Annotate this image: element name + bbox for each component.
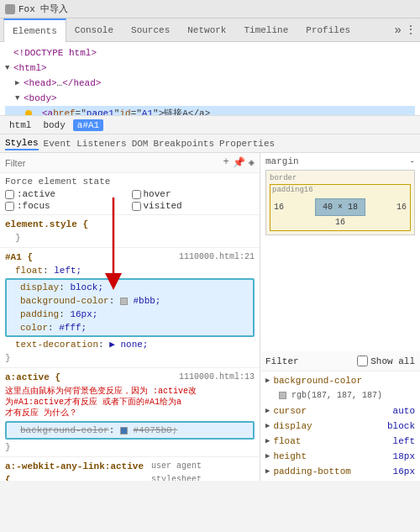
css-rule-webkit-active: a:-webkit-any-link:active { user agent s… bbox=[0, 457, 260, 481]
computed-padding-bottom: ▶ padding-bottom 16px bbox=[265, 464, 415, 479]
box-border: padding16 16 40 × 18 16 16 bbox=[270, 184, 411, 231]
filter-input[interactable] bbox=[5, 158, 223, 168]
box-model-panel: margin - border padding16 16 40 × 18 16 … bbox=[260, 153, 420, 351]
force-element-state: Force element state :active hover :focus… bbox=[0, 173, 260, 215]
active-checkbox[interactable]: :active bbox=[5, 189, 129, 199]
prop-display: display: block; bbox=[10, 281, 249, 294]
show-all-label[interactable]: Show all bbox=[357, 356, 415, 366]
right-panel: margin - border padding16 16 40 × 18 16 … bbox=[260, 153, 420, 481]
title-bar: Fox 中导入 bbox=[0, 0, 420, 18]
prop-bgcolor: background-color: #bbb; bbox=[10, 294, 249, 308]
computed-float: ▶ float left bbox=[265, 434, 415, 449]
prop-color: color: #fff; bbox=[10, 321, 249, 334]
styles-tab-bar: Styles Event Listeners DOM Breakpoints P… bbox=[0, 134, 420, 153]
breadcrumb: html body a#A1 bbox=[0, 116, 420, 134]
tree-body: ▼ <body> bbox=[5, 91, 415, 106]
computed-list: ▶ background-color rgb(187, 187, 187) ▶ … bbox=[260, 371, 420, 481]
tree-a-tag[interactable]: <a href="page1" id="A1">链接A</a> bbox=[5, 106, 415, 116]
tab-console[interactable]: Console bbox=[66, 18, 123, 42]
title-text: Fox 中导入 bbox=[18, 3, 68, 15]
tree-html: ▼ <html> bbox=[5, 61, 415, 76]
computed-bgcolor: ▶ background-color bbox=[265, 373, 415, 388]
chevron-right-icon: » bbox=[395, 24, 402, 37]
force-state-label: Force element state bbox=[5, 176, 255, 187]
breadcrumb-body[interactable]: body bbox=[39, 119, 69, 131]
filter-icons: + 📌 ◈ bbox=[223, 156, 255, 169]
breadcrumb-a[interactable]: a#A1 bbox=[73, 119, 103, 131]
breadcrumb-html[interactable]: html bbox=[5, 119, 35, 131]
computed-filter-row: Filter Show all bbox=[260, 351, 420, 371]
prop-aactive-bgcolor: background-color: #4075b0; bbox=[10, 424, 249, 437]
styles-panel: + 📌 ◈ Force element state :active hover … bbox=[0, 153, 260, 481]
styles-tab-dom[interactable]: DOM bbox=[132, 138, 149, 150]
tab-network[interactable]: Network bbox=[179, 18, 235, 42]
tab-profiles[interactable]: Profiles bbox=[297, 18, 360, 42]
focus-checkbox[interactable]: :focus bbox=[5, 201, 129, 211]
computed-display: ▶ display block bbox=[265, 419, 415, 434]
add-rule-icon[interactable]: + bbox=[223, 156, 229, 169]
html-tree: <!DOCTYPE html> ▼ <html> ▶ <head>…</head… bbox=[0, 42, 420, 116]
computed-cursor: ▶ cursor auto bbox=[265, 403, 415, 419]
tree-head: ▶ <head>…</head> bbox=[5, 76, 415, 91]
tab-elements[interactable]: Elements bbox=[3, 18, 66, 42]
show-all-checkbox[interactable] bbox=[357, 356, 368, 366]
force-state-grid: :active hover :focus visited bbox=[5, 189, 255, 211]
styles-tab-event[interactable]: Event Listeners bbox=[44, 138, 127, 150]
prop-padding: padding: 16px; bbox=[10, 308, 249, 321]
box-content: 40 × 18 bbox=[315, 198, 365, 216]
pin-icon[interactable]: 📌 bbox=[233, 156, 245, 169]
css-rule-a1: #A1 { 1110000.html:21 float: left; displ… bbox=[0, 248, 260, 368]
cursor-icon[interactable]: ◈ bbox=[249, 156, 255, 169]
tree-doctype: <!DOCTYPE html> bbox=[5, 45, 415, 61]
css-rule-aactive: a:active { 1110000.html:13 这里点由鼠标为何背景色变反… bbox=[0, 368, 260, 457]
computed-height: ▶ height 18px bbox=[265, 449, 415, 464]
main-panel: + 📌 ◈ Force element state :active hover … bbox=[0, 153, 420, 481]
hover-checkbox[interactable]: hover bbox=[132, 189, 255, 199]
styles-tab-breakpoints[interactable]: Breakpoints bbox=[153, 138, 214, 150]
box-model-title: margin - bbox=[265, 156, 415, 166]
prop-text-decoration: text-decoration: ▶ none; bbox=[5, 338, 255, 351]
filter-row: + 📌 ◈ bbox=[0, 153, 260, 173]
title-icon bbox=[5, 4, 15, 14]
css-rule-element-style: element.style { } bbox=[0, 215, 260, 248]
aactive-highlight: background-color: #4075b0; bbox=[5, 421, 255, 440]
styles-tab-styles[interactable]: Styles bbox=[5, 137, 39, 150]
computed-filter-label: Filter bbox=[265, 356, 299, 366]
prop-float: float: left; bbox=[5, 264, 255, 277]
menu-dots-icon: ⋮ bbox=[405, 23, 417, 37]
tab-sources[interactable]: Sources bbox=[123, 18, 179, 42]
highlighted-a1-block: display: block; background-color: #bbb; … bbox=[5, 278, 255, 337]
devtools-tab-bar: Elements Console Sources Network Timelin… bbox=[0, 18, 420, 42]
box-margin: border padding16 16 40 × 18 16 16 bbox=[265, 170, 415, 235]
tab-more[interactable]: » ⋮ bbox=[395, 23, 417, 37]
breakpoint-dot bbox=[25, 110, 32, 116]
styles-tab-properties[interactable]: Properties bbox=[219, 138, 275, 150]
tab-timeline[interactable]: Timeline bbox=[235, 18, 297, 42]
padding-row: 16 40 × 18 16 bbox=[274, 198, 407, 216]
annotation-text: 这里点由鼠标为何背景色变反应，因为 :active改为#A1:active才有反… bbox=[5, 386, 255, 419]
visited-checkbox[interactable]: visited bbox=[132, 201, 255, 211]
